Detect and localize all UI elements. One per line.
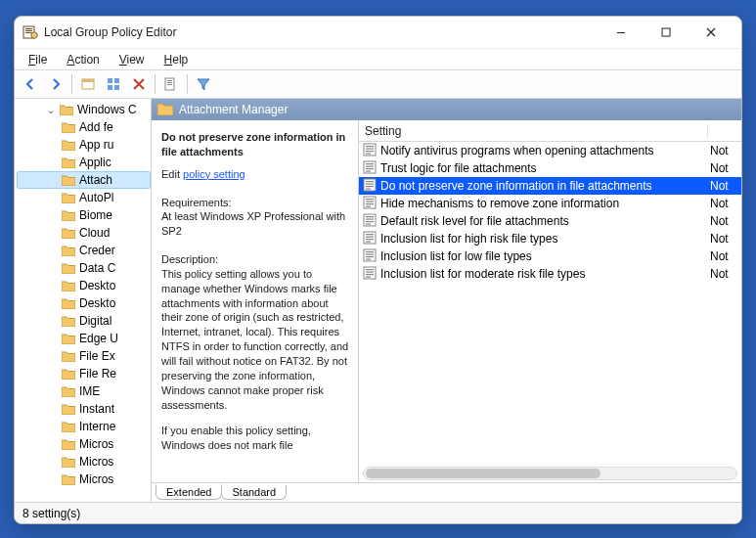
tree-item[interactable]: File Ex	[17, 347, 151, 365]
svg-rect-30	[366, 186, 374, 187]
tab-extended[interactable]: Extended	[156, 484, 222, 500]
policy-icon	[363, 196, 377, 212]
svg-rect-18	[366, 146, 374, 147]
svg-rect-31	[366, 188, 371, 189]
tree-item[interactable]: Biome	[17, 206, 151, 224]
requirements-text: At least Windows XP Professional with SP…	[161, 209, 350, 239]
app-window: Local Group Policy Editor File Action Vi…	[14, 16, 742, 524]
setting-state: Not	[708, 161, 741, 175]
tab-standard[interactable]: Standard	[221, 485, 287, 500]
folder-icon	[62, 121, 75, 133]
folder-icon	[62, 456, 75, 468]
tree-item[interactable]: Digital	[17, 312, 151, 330]
tree-item[interactable]: Applic	[17, 154, 151, 171]
svg-rect-10	[114, 78, 119, 83]
svg-rect-50	[366, 256, 374, 257]
setting-label: Inclusion list for high risk file types	[380, 232, 704, 246]
setting-row[interactable]: Trust logic for file attachmentsNot	[359, 159, 741, 177]
tree-item[interactable]: Deskto	[17, 277, 151, 294]
svg-rect-23	[366, 163, 374, 164]
setting-row[interactable]: Do not preserve zone information in file…	[359, 177, 741, 195]
tree-label: Edge U	[79, 332, 118, 345]
detail-body: Do not preserve zone information in file…	[152, 120, 741, 482]
scroll-thumb[interactable]	[366, 469, 600, 478]
tree-label: Add fe	[79, 120, 113, 134]
menu-view[interactable]: View	[111, 51, 153, 68]
tree-item[interactable]: File Re	[17, 365, 151, 382]
tree-item[interactable]: Attach	[17, 171, 151, 189]
folder-icon	[62, 157, 75, 168]
setting-row[interactable]: Default risk level for file attachmentsN…	[359, 212, 741, 230]
edit-label: Edit	[161, 168, 180, 180]
setting-row[interactable]: Hide mechanisms to remove zone informati…	[359, 195, 741, 212]
close-button[interactable]	[689, 19, 734, 46]
svg-rect-40	[366, 221, 374, 222]
tree-item[interactable]: Cloud	[17, 224, 151, 242]
menu-file[interactable]: File	[21, 51, 55, 68]
tree-label: Data C	[79, 261, 115, 275]
folder-icon	[62, 174, 75, 186]
maximize-button[interactable]	[644, 19, 689, 46]
svg-rect-56	[366, 276, 371, 277]
setting-state: Not	[708, 197, 741, 210]
tree-item[interactable]: App ru	[17, 136, 151, 154]
tree-item[interactable]: Interne	[17, 418, 151, 435]
tree-label: File Re	[79, 367, 116, 381]
tree-label: Digital	[79, 314, 111, 328]
setting-row[interactable]: Inclusion list for moderate risk file ty…	[359, 265, 741, 283]
tree-pane[interactable]: ⌄ Windows C Add feApp ruApplicAttachAuto…	[15, 99, 152, 502]
tree-label: Creder	[79, 244, 115, 257]
tree-label: Applic	[79, 156, 111, 169]
tree-item[interactable]: Instant	[17, 400, 151, 418]
view-options-button[interactable]	[102, 72, 125, 96]
settings-list: Setting Notify antivirus programs when o…	[359, 120, 741, 482]
tree-item[interactable]: IME	[17, 382, 151, 400]
tree-item[interactable]: Data C	[17, 259, 151, 277]
horizontal-scrollbar[interactable]	[363, 467, 737, 480]
setting-row[interactable]: Inclusion list for low file typesNot	[359, 247, 741, 265]
svg-rect-14	[167, 80, 172, 81]
svg-rect-44	[366, 236, 374, 237]
svg-rect-21	[366, 153, 371, 154]
menu-action[interactable]: Action	[59, 51, 107, 68]
tree-parent-windows[interactable]: ⌄ Windows C	[17, 101, 151, 118]
svg-rect-36	[366, 205, 371, 206]
toolbar	[15, 69, 741, 99]
setting-label: Default risk level for file attachments	[380, 214, 704, 228]
svg-point-4	[31, 32, 37, 38]
tree-label: File Ex	[79, 349, 115, 363]
properties-button[interactable]	[159, 72, 183, 96]
list-header[interactable]: Setting	[359, 120, 741, 142]
svg-rect-11	[108, 85, 112, 90]
edit-policy-link[interactable]: policy setting	[183, 168, 245, 180]
list-body[interactable]: Notify antivirus programs when opening a…	[359, 142, 741, 482]
svg-rect-16	[167, 84, 172, 85]
tree-label: Deskto	[79, 296, 115, 310]
minimize-button[interactable]	[599, 19, 644, 46]
back-button[interactable]	[19, 72, 42, 96]
column-setting[interactable]: Setting	[359, 124, 708, 138]
tree-item[interactable]: Micros	[17, 435, 151, 453]
tree-label: Interne	[79, 420, 115, 433]
setting-row[interactable]: Notify antivirus programs when opening a…	[359, 142, 741, 159]
forward-button[interactable]	[44, 72, 67, 96]
tree-item[interactable]: Micros	[17, 471, 151, 488]
svg-rect-33	[366, 199, 374, 200]
tree-item[interactable]: AutoPl	[17, 189, 151, 206]
svg-rect-41	[366, 223, 371, 224]
tree-item[interactable]: Deskto	[17, 294, 151, 312]
filter-button[interactable]	[192, 72, 215, 96]
tree-item[interactable]: Edge U	[17, 330, 151, 347]
tree-item[interactable]: Add fe	[17, 118, 151, 136]
delete-button[interactable]	[127, 72, 151, 96]
tree-item[interactable]: Creder	[17, 242, 151, 259]
collapse-icon[interactable]: ⌄	[46, 105, 56, 115]
svg-rect-46	[366, 241, 371, 242]
up-button[interactable]	[76, 72, 100, 96]
setting-row[interactable]: Inclusion list for high risk file typesN…	[359, 230, 741, 247]
tree-label: Micros	[79, 472, 113, 486]
setting-label: Inclusion list for moderate risk file ty…	[380, 267, 704, 281]
tree-item[interactable]: Micros	[17, 453, 151, 471]
policy-icon	[363, 160, 377, 177]
menu-help[interactable]: Help	[156, 51, 197, 68]
